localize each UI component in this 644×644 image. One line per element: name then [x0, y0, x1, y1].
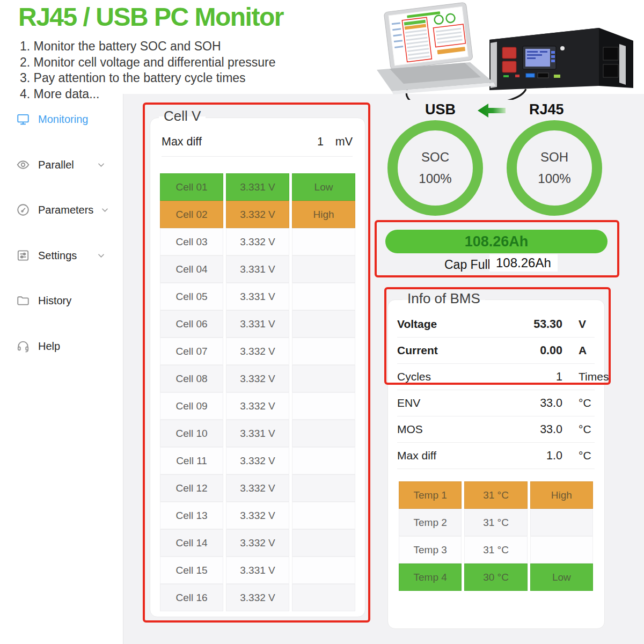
soc-value: 100% — [419, 171, 451, 186]
max-diff-unit: mV — [324, 135, 353, 149]
bms-row-unit: °C — [562, 423, 595, 436]
cell-flag — [292, 474, 355, 502]
bms-row-value: 33.0 — [503, 397, 562, 410]
bms-panel-title: Info of BMS — [402, 290, 485, 307]
cell-flag — [292, 529, 355, 557]
bms-row: Max diff1.0°C — [397, 443, 595, 469]
temp-name: Temp 3 — [399, 536, 462, 564]
green-arrow-left-icon — [478, 104, 506, 120]
sliders-icon — [16, 248, 30, 262]
sidebar-item-label: History — [38, 295, 105, 307]
cell-name: Cell 06 — [160, 310, 223, 338]
bms-row: Cycles1Times — [397, 364, 595, 390]
bms-row-value: 33.0 — [503, 423, 562, 436]
sidebar-item-parallel[interactable]: Parallel — [16, 156, 105, 173]
bms-row-value: 53.30 — [503, 318, 562, 331]
bms-row-label: ENV — [397, 397, 503, 409]
cell-name: Cell 09 — [160, 392, 223, 420]
bms-row-unit: °C — [562, 449, 595, 462]
cell-name: Cell 01 — [160, 173, 223, 201]
temp-flag — [530, 509, 593, 536]
battery-image — [489, 28, 633, 90]
sidebar-item-label: Parallel — [38, 159, 90, 171]
feature-list: 1. Monitor the battery SOC and SOH2. Mon… — [20, 39, 275, 102]
soh-value: 100% — [538, 171, 570, 186]
capacity-bar: 108.26Ah — [385, 230, 608, 253]
bms-row-label: MOS — [397, 423, 503, 436]
bms-row-unit: °C — [562, 397, 595, 409]
soc-gauge: SOC 100% — [387, 120, 483, 216]
temp-name: Temp 1 — [399, 481, 462, 509]
bms-row-value: 0.00 — [503, 344, 562, 357]
cell-voltage: 3.331 V — [226, 420, 289, 447]
cell-voltage: 3.331 V — [226, 557, 289, 584]
bms-row-label: Voltage — [397, 318, 503, 331]
cell-voltage: 3.332 V — [226, 228, 289, 255]
cell-name: Cell 08 — [160, 365, 223, 392]
cell-name: Cell 10 — [160, 420, 223, 447]
cell-name: Cell 14 — [160, 529, 223, 557]
sidebar-item-label: Parameters — [38, 204, 93, 216]
bms-row: MOS33.0°C — [397, 416, 595, 443]
cell-name: Cell 11 — [160, 447, 223, 474]
sidebar-item-help[interactable]: Help — [16, 338, 105, 355]
bms-row-value: 1.0 — [503, 449, 562, 463]
cell-name: Cell 04 — [160, 255, 223, 283]
usb-label: USB — [425, 101, 456, 118]
bms-row-label: Current — [397, 344, 503, 357]
cell-flag — [292, 283, 355, 310]
gauge-icon — [16, 203, 30, 217]
bms-row-value: 1 — [503, 370, 562, 384]
sidebar-item-label: Monitoring — [38, 113, 105, 126]
feature-item: 1. Monitor the battery SOC and SOH — [20, 39, 275, 55]
cell-flag — [292, 392, 355, 420]
cell-name: Cell 16 — [160, 584, 223, 611]
device-photo — [365, 0, 639, 100]
cell-voltage: 3.332 V — [226, 474, 289, 502]
cell-flag: Low — [292, 173, 355, 201]
cell-voltage: 3.332 V — [226, 502, 289, 529]
cell-voltage: 3.331 V — [226, 310, 289, 338]
divider — [162, 156, 353, 157]
cell-voltage: 3.332 V — [226, 529, 289, 557]
cell-name: Cell 02 — [160, 201, 223, 228]
bms-row: ENV33.0°C — [397, 390, 595, 416]
cell-flag — [292, 420, 355, 447]
cell-voltage: 3.332 V — [226, 365, 289, 392]
cap-full-label: Cap Full — [444, 258, 491, 272]
sidebar-item-settings[interactable]: Settings — [16, 247, 105, 264]
soh-gauge: SOH 100% — [507, 120, 602, 216]
cell-flag — [292, 338, 355, 365]
sidebar-item-label: Help — [38, 340, 105, 353]
max-diff-row: Max diff 1 mV — [162, 135, 353, 149]
cell-name: Cell 15 — [160, 557, 223, 584]
cell-voltage: 3.331 V — [226, 255, 289, 283]
sidebar-item-parameters[interactable]: Parameters — [16, 201, 105, 218]
cell-name: Cell 03 — [160, 228, 223, 255]
cell-voltage: 3.332 V — [226, 392, 289, 420]
bms-row-label: Max diff — [397, 449, 503, 462]
sidebar-item-monitoring[interactable]: Monitoring — [16, 111, 105, 128]
cell-flag — [292, 228, 355, 255]
page: RJ45 / USB PC Monitor 1. Monitor the bat… — [0, 0, 644, 644]
cell-flag — [292, 447, 355, 474]
temp-value: 31 °C — [464, 481, 527, 509]
temp-flag — [530, 536, 593, 564]
cell-voltage: 3.332 V — [226, 447, 289, 474]
bms-row-unit: Times — [562, 370, 595, 383]
monitor-icon — [16, 112, 30, 126]
cell-voltage: 3.332 V — [226, 338, 289, 365]
cell-voltage: 3.332 V — [226, 584, 289, 611]
sidebar-item-history[interactable]: History — [16, 292, 105, 309]
cell-name: Cell 12 — [160, 474, 223, 502]
bms-row-unit: A — [562, 344, 595, 357]
cell-flag — [292, 365, 355, 392]
temp-flag: High — [530, 481, 593, 509]
temperature-table: Temp 131 °CHighTemp 231 °CTemp 331 °CTem… — [399, 481, 593, 591]
max-diff-value: 1 — [300, 135, 324, 149]
soh-label: SOH — [540, 150, 568, 165]
cell-name: Cell 13 — [160, 502, 223, 529]
cell-flag — [292, 557, 355, 584]
cell-voltage: 3.331 V — [226, 173, 289, 201]
feature-item: 2. Monitor cell voltage and differential… — [20, 55, 275, 71]
